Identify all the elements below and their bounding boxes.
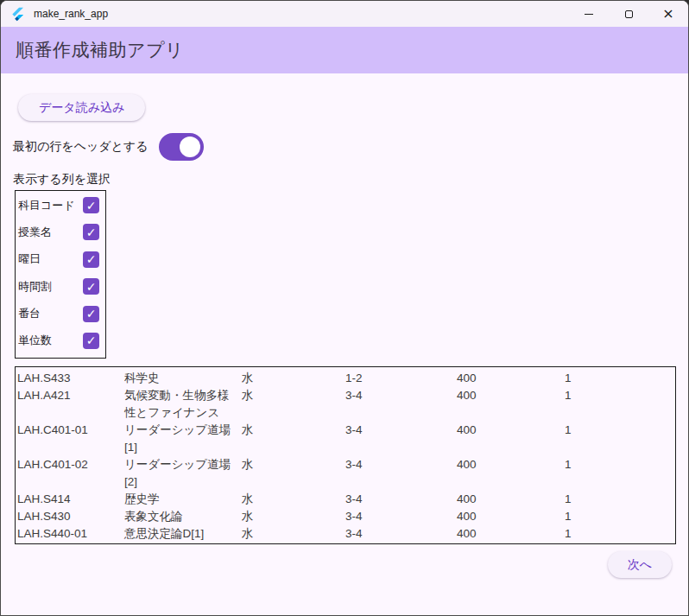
- column-option-label: 曜日: [18, 251, 41, 267]
- column-option-label: 授業名: [18, 225, 52, 240]
- cell-course-name: 意思決定論D[1]: [124, 525, 242, 543]
- table-row[interactable]: LAH.S414 歴史学 水 3-4 400 1: [16, 491, 675, 508]
- cell-credits: 1: [565, 456, 675, 491]
- first-row-header-row: 最初の行をヘッダとする: [13, 132, 204, 162]
- table-row[interactable]: LAH.A421 気候変動・生物多様性とファイナンス 水 3-4 400 1: [16, 387, 675, 422]
- app-header: 順番作成補助アプリ: [1, 27, 688, 73]
- check-icon: ✓: [86, 281, 97, 293]
- column-checkbox-checked[interactable]: ✓: [83, 251, 99, 268]
- titlebar: make_rank_app ×: [1, 1, 688, 27]
- table-row[interactable]: LAH.S433 科学史 水 1-2 400 1: [16, 370, 675, 387]
- cell-credits: 1: [565, 508, 675, 525]
- window-title: make_rank_app: [34, 8, 569, 20]
- column-option-label: 科目コード: [18, 198, 75, 213]
- column-option-label: 番台: [18, 306, 41, 321]
- cell-course-code: LAH.S433: [17, 370, 124, 387]
- column-checkbox-checked[interactable]: ✓: [83, 197, 99, 213]
- cell-day: 水: [242, 422, 345, 456]
- list-item: 授業名 ✓: [16, 220, 105, 244]
- minimize-icon: [585, 14, 593, 15]
- cell-level: 400: [457, 491, 565, 508]
- close-button[interactable]: ×: [648, 1, 688, 27]
- cell-period: 3-4: [345, 491, 457, 508]
- first-row-header-toggle[interactable]: [159, 133, 204, 161]
- cell-day: 水: [242, 387, 345, 422]
- course-table: LAH.S433 科学史 水 1-2 400 1 LAH.A421 気候変動・生…: [15, 366, 676, 544]
- column-checkbox-checked[interactable]: ✓: [83, 333, 99, 349]
- table-row[interactable]: LAH.C401-02 リーダーシップ道場[2] 水 3-4 400 1: [16, 456, 675, 491]
- cell-level: 400: [457, 525, 565, 543]
- maximize-icon: [625, 10, 633, 18]
- cell-period: 3-4: [345, 543, 457, 544]
- cell-course-code: LAH.S430: [17, 508, 124, 525]
- cell-credits: 1: [565, 491, 675, 508]
- table-row[interactable]: LAH.S443 未来社会論 水 3-4 400 1: [16, 543, 675, 544]
- cell-level: 400: [457, 543, 565, 544]
- cell-credits: 1: [565, 370, 675, 387]
- page-title: 順番作成補助アプリ: [16, 38, 184, 62]
- cell-period: 3-4: [345, 525, 457, 543]
- column-checkbox-checked[interactable]: ✓: [83, 306, 99, 322]
- column-checkbox-checked[interactable]: ✓: [83, 278, 99, 295]
- cell-credits: 1: [565, 387, 675, 422]
- column-option-label: 単位数: [18, 333, 52, 348]
- list-item: 番台 ✓: [16, 302, 105, 326]
- cell-day: 水: [242, 508, 345, 525]
- check-icon: ✓: [86, 200, 97, 212]
- maximize-button[interactable]: [609, 1, 648, 27]
- table-row[interactable]: LAH.C401-01 リーダーシップ道場[1] 水 3-4 400 1: [16, 422, 675, 456]
- cell-course-code: LAH.S414: [17, 491, 124, 508]
- minimize-button[interactable]: [569, 1, 609, 27]
- cell-day: 水: [242, 491, 345, 508]
- cell-period: 3-4: [345, 422, 457, 456]
- cell-day: 水: [242, 525, 345, 543]
- next-button[interactable]: 次へ: [608, 551, 672, 578]
- cell-course-name: リーダーシップ道場[2]: [124, 456, 242, 491]
- cell-course-code: LAH.C401-01: [17, 422, 124, 456]
- cell-course-name: 未来社会論: [124, 543, 242, 544]
- column-selector-list: 科目コード ✓ 授業名 ✓ 曜日 ✓ 時間割 ✓ 番台 ✓ 単位数 ✓: [15, 190, 106, 359]
- cell-day: 水: [242, 543, 345, 544]
- cell-level: 400: [457, 456, 565, 491]
- close-icon: ×: [662, 7, 673, 21]
- cell-course-name: 歴史学: [124, 491, 242, 508]
- cell-level: 400: [457, 508, 565, 525]
- check-icon: ✓: [86, 308, 97, 320]
- cell-course-code: LAH.C401-02: [17, 456, 124, 491]
- column-selector-label: 表示する列を選択: [13, 172, 111, 187]
- cell-credits: 1: [565, 525, 675, 543]
- table-row[interactable]: LAH.S440-01 意思決定論D[1] 水 3-4 400 1: [16, 525, 675, 543]
- flutter-logo-icon: [10, 7, 25, 22]
- first-row-header-label: 最初の行をヘッダとする: [13, 139, 149, 155]
- cell-period: 3-4: [345, 456, 457, 491]
- cell-period: 3-4: [345, 387, 457, 422]
- list-item: 曜日 ✓: [16, 248, 105, 271]
- cell-level: 400: [457, 422, 565, 456]
- list-item: 時間割 ✓: [16, 275, 105, 298]
- check-icon: ✓: [86, 253, 97, 265]
- cell-level: 400: [457, 387, 565, 422]
- column-option-label: 時間割: [18, 279, 52, 295]
- check-icon: ✓: [86, 226, 97, 238]
- table-row[interactable]: LAH.S430 表象文化論 水 3-4 400 1: [16, 508, 675, 525]
- cell-day: 水: [242, 370, 345, 387]
- check-icon: ✓: [86, 334, 97, 346]
- toggle-thumb: [180, 137, 200, 157]
- column-checkbox-checked[interactable]: ✓: [83, 224, 99, 240]
- cell-period: 3-4: [345, 508, 457, 525]
- cell-course-name: 科学史: [124, 370, 242, 387]
- cell-credits: 1: [565, 543, 675, 544]
- cell-course-name: リーダーシップ道場[1]: [124, 422, 242, 456]
- cell-period: 1-2: [345, 370, 457, 387]
- cell-course-name: 表象文化論: [124, 508, 242, 525]
- cell-credits: 1: [565, 422, 675, 456]
- cell-level: 400: [457, 370, 565, 387]
- cell-course-code: LAH.A421: [17, 387, 124, 422]
- cell-course-name: 気候変動・生物多様性とファイナンス: [124, 387, 242, 422]
- cell-day: 水: [242, 456, 345, 491]
- list-item: 科目コード ✓: [16, 194, 105, 217]
- window-controls: ×: [569, 1, 688, 27]
- list-item: 単位数 ✓: [16, 329, 105, 352]
- load-data-button[interactable]: データ読み込み: [18, 94, 145, 121]
- cell-course-code: LAH.S440-01: [17, 525, 124, 543]
